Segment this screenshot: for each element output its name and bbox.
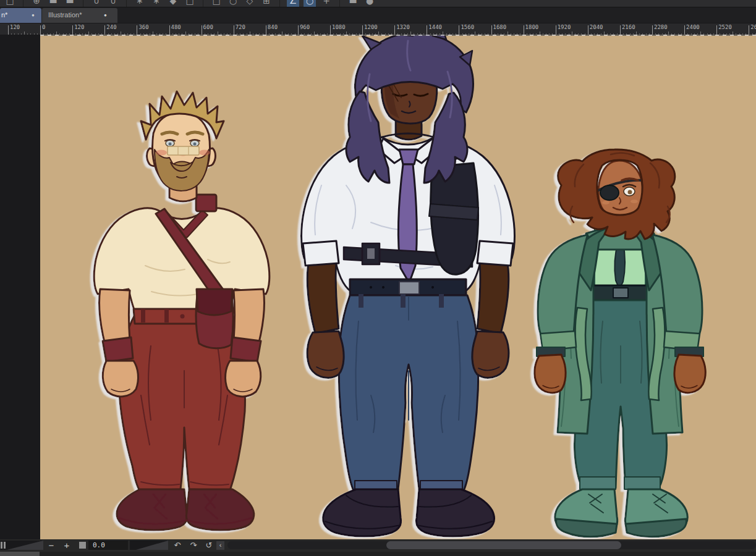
unsaved-dot-icon: ●	[104, 12, 107, 18]
toolbar-separator	[83, 0, 83, 7]
sparkle-icon[interactable]: ∗	[134, 0, 146, 7]
ruler-label: 1800	[525, 24, 539, 30]
marquee-select-icon[interactable]: □	[210, 0, 223, 7]
add-tool-icon[interactable]: +	[320, 0, 333, 7]
ruler-label: 1320	[396, 24, 410, 30]
folder-icon[interactable]: ▬	[47, 0, 59, 7]
character-blond-fighter	[94, 91, 270, 530]
ruler-label: 600	[203, 24, 213, 30]
zoom-slider-wedge	[7, 541, 43, 550]
character-tall-agent	[302, 35, 515, 536]
ruler-label: 2520	[718, 24, 732, 30]
ruler-label: 840	[268, 24, 278, 30]
canvas-tab-bar: n* ● Illustration* ●	[0, 7, 756, 23]
ruler-label: 2640	[750, 24, 756, 30]
blend-icon[interactable]: ◆	[167, 0, 179, 7]
ruler-label: 120	[74, 24, 84, 30]
tab-label: n*	[1, 11, 7, 19]
rotate-right-icon[interactable]: ↷	[187, 540, 200, 550]
zoom-slider[interactable]	[0, 541, 43, 550]
toolbar-separator	[23, 0, 23, 7]
canvas-boundary-dashes	[40, 35, 756, 36]
rotation-slider[interactable]	[130, 541, 168, 550]
ruler-label: 1680	[493, 24, 507, 30]
ruler-label: 1920	[558, 24, 571, 30]
drawing-canvas[interactable]	[40, 35, 756, 539]
toolbar-separator	[279, 0, 280, 7]
grid-icon[interactable]: ⊞	[260, 0, 273, 7]
ruler: 1200120240360480600720840960108012001320…	[0, 23, 756, 35]
rotation-angle-field[interactable]: 0.0	[88, 541, 128, 550]
ruler-label: 240	[106, 24, 116, 30]
ruler-label: 2280	[654, 24, 668, 30]
rotation-slider-wedge	[136, 541, 168, 550]
ruler-label: 2160	[622, 24, 635, 30]
ruler-label: 960	[300, 24, 310, 30]
ruler-label: 1440	[428, 24, 442, 30]
unsaved-dot-icon: ●	[32, 12, 35, 18]
ruler-label: 720	[236, 24, 245, 30]
zoom-out-button[interactable]: −	[45, 540, 57, 550]
ellipse-tool-icon[interactable]: ○	[304, 0, 316, 7]
ruler-label: 2400	[686, 24, 700, 30]
app-window: □⊕▬▬∪∪∗∗◆□□○◇⊞∠○+▬● n* ● Illustration* ●…	[0, 0, 756, 556]
ruler-label: 120	[10, 24, 20, 30]
tab-illustration[interactable]: Illustration* ●	[42, 8, 117, 23]
zoom-slider-handle[interactable]	[1, 542, 6, 549]
lasso-select-icon[interactable]: ○	[227, 0, 239, 7]
corner-widget	[0, 552, 40, 556]
undo-stroke-icon[interactable]: ∪	[90, 0, 103, 7]
status-bar: − + 0.0 ↶ ↷ ↺ ‹	[0, 539, 756, 552]
ruler-label: 1080	[332, 24, 346, 30]
toolbar-separator	[203, 0, 203, 7]
zoom-in-button[interactable]: +	[61, 540, 73, 550]
line-tool-icon[interactable]: ∠	[287, 0, 299, 7]
ruler-label: 0	[42, 24, 45, 30]
new-canvas-icon[interactable]: ⊕	[30, 0, 43, 7]
bottom-strip	[0, 552, 756, 556]
toolbar-separator	[126, 0, 127, 7]
ruler-label: 480	[171, 24, 181, 30]
frame-icon[interactable]: □	[184, 0, 196, 7]
toolbar-separator	[339, 0, 340, 7]
horizontal-scrollbar[interactable]	[227, 541, 756, 549]
collapse-chevron-icon[interactable]: ‹	[216, 541, 224, 550]
toolbar: □⊕▬▬∪∪∗∗◆□□○◇⊞∠○+▬●	[0, 0, 756, 7]
illustration-artwork	[40, 35, 756, 539]
toolbar-icons: □⊕▬▬∪∪∗∗◆□□○◇⊞∠○+▬●	[4, 0, 376, 7]
save-icon[interactable]: ▬	[64, 0, 76, 7]
polyline-select-icon[interactable]: ◇	[244, 0, 256, 7]
chat-bubble-icon[interactable]: ●	[363, 0, 376, 7]
redo-stroke-icon[interactable]: ∪	[107, 0, 119, 7]
ruler-label: 360	[138, 24, 148, 30]
reset-rotation-icon[interactable]: ↺	[202, 540, 216, 550]
clipboard-icon[interactable]: □	[4, 0, 16, 7]
tablet-device-icon[interactable]: ▬	[347, 0, 359, 7]
tab-label: Illustration*	[48, 11, 82, 19]
reset-zoom-button[interactable]	[79, 542, 86, 549]
rotate-left-icon[interactable]: ↶	[171, 540, 184, 550]
ruler-label: 1560	[461, 24, 474, 30]
horizontal-scrollbar-thumb[interactable]	[386, 541, 621, 549]
character-eyepatch-detective	[535, 150, 706, 537]
ruler-label: 1200	[364, 24, 378, 30]
workspace	[0, 35, 756, 539]
ruler-label: 2040	[590, 24, 603, 30]
glow-icon[interactable]: ∗	[150, 0, 163, 7]
tab-active-partial[interactable]: n* ●	[0, 8, 41, 23]
